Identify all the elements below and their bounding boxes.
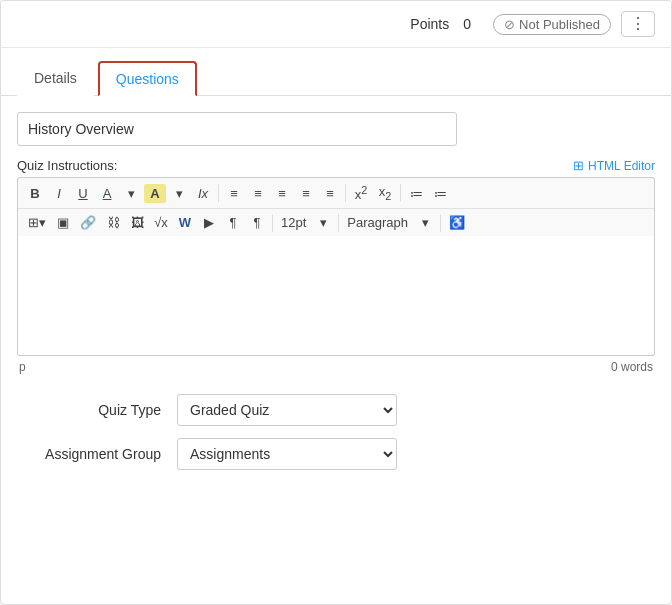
editor-footer: p 0 words xyxy=(17,356,655,378)
publish-status[interactable]: ⊘ Not Published xyxy=(493,14,611,35)
superscript-button[interactable]: x2 xyxy=(350,182,372,204)
underline-button[interactable]: U xyxy=(72,184,94,203)
tab-bar: Details Questions xyxy=(1,48,671,96)
editor-content-area[interactable] xyxy=(17,236,655,356)
embed-button[interactable]: ▣ xyxy=(52,213,74,232)
instructions-label-row: Quiz Instructions: ⊞ HTML Editor xyxy=(17,158,655,173)
office-button[interactable]: W xyxy=(174,213,196,232)
subscript-button[interactable]: x2 xyxy=(374,182,396,204)
more-options-button[interactable]: ⋮ xyxy=(621,11,655,37)
align-right-button[interactable]: ≡ xyxy=(271,184,293,203)
bg-color-dropdown-button[interactable]: ▾ xyxy=(168,184,190,203)
paragraph-dropdown[interactable]: ▾ xyxy=(414,213,436,232)
quiz-title-input[interactable] xyxy=(17,112,457,146)
toolbar-row-1: B I U A ▾ A ▾ Ix ≡ ≡ ≡ ≡ ≡ x2 x2 ≔ ≔ xyxy=(18,178,654,209)
toolbar-separator-3 xyxy=(400,184,401,202)
align-left-button[interactable]: ≡ xyxy=(223,184,245,203)
html-editor-link[interactable]: ⊞ HTML Editor xyxy=(573,158,655,173)
html-editor-icon: ⊞ xyxy=(573,158,584,173)
unlink-button[interactable]: ⛓ xyxy=(102,213,124,232)
points-value: 0 xyxy=(463,16,471,32)
font-size-button[interactable]: 12pt xyxy=(277,213,310,232)
rtl-button[interactable]: ¶ xyxy=(246,213,268,232)
text-color-dropdown-button[interactable]: ▾ xyxy=(120,184,142,203)
bg-color-button[interactable]: A xyxy=(144,184,166,203)
not-published-icon: ⊘ xyxy=(504,17,515,32)
tab-details[interactable]: Details xyxy=(17,61,94,96)
align-justify-button[interactable]: ≡ xyxy=(295,184,317,203)
html-editor-label: HTML Editor xyxy=(588,159,655,173)
page-header: Points 0 ⊘ Not Published ⋮ xyxy=(1,1,671,48)
align-center-button[interactable]: ≡ xyxy=(247,184,269,203)
quiz-type-row: Quiz Type Graded Quiz Practice Quiz Grad… xyxy=(17,394,655,426)
toolbar-separator-4 xyxy=(272,214,273,232)
assignment-group-label: Assignment Group xyxy=(37,446,177,462)
ltr-button[interactable]: ¶ xyxy=(222,213,244,232)
not-published-label: Not Published xyxy=(519,17,600,32)
table-button[interactable]: ⊞▾ xyxy=(24,213,50,232)
tab-questions[interactable]: Questions xyxy=(98,61,197,96)
toolbar-row-2: ⊞▾ ▣ 🔗 ⛓ 🖼 √x W ▶ ¶ ¶ 12pt ▾ Paragraph ▾… xyxy=(18,209,654,236)
assignment-group-select[interactable]: Assignments Quizzes Exams xyxy=(177,438,397,470)
indent-button[interactable]: ≡ xyxy=(319,184,341,203)
sqrt-button[interactable]: √x xyxy=(150,213,172,232)
word-count: 0 words xyxy=(611,360,653,374)
points-label: Points xyxy=(410,16,449,32)
font-size-dropdown[interactable]: ▾ xyxy=(312,213,334,232)
image-button[interactable]: 🖼 xyxy=(126,213,148,232)
toolbar-separator-1 xyxy=(218,184,219,202)
editor-toolbar: B I U A ▾ A ▾ Ix ≡ ≡ ≡ ≡ ≡ x2 x2 ≔ ≔ xyxy=(17,177,655,236)
media-button[interactable]: ▶ xyxy=(198,213,220,232)
quiz-type-label: Quiz Type xyxy=(37,402,177,418)
link-button[interactable]: 🔗 xyxy=(76,213,100,232)
quiz-type-select[interactable]: Graded Quiz Practice Quiz Graded Survey … xyxy=(177,394,397,426)
paragraph-style-button[interactable]: Paragraph xyxy=(343,213,412,232)
instructions-label: Quiz Instructions: xyxy=(17,158,117,173)
number-list-button[interactable]: ≔ xyxy=(429,184,451,203)
accessibility-button[interactable]: ♿ xyxy=(445,213,469,232)
paragraph-tag: p xyxy=(19,360,26,374)
bold-button[interactable]: B xyxy=(24,184,46,203)
toolbar-separator-2 xyxy=(345,184,346,202)
toolbar-separator-6 xyxy=(440,214,441,232)
toolbar-separator-5 xyxy=(338,214,339,232)
assignment-group-row: Assignment Group Assignments Quizzes Exa… xyxy=(17,438,655,470)
bullet-list-button[interactable]: ≔ xyxy=(405,184,427,203)
main-content: Quiz Instructions: ⊞ HTML Editor B I U A… xyxy=(1,96,671,498)
italic-button[interactable]: I xyxy=(48,184,70,203)
text-color-button[interactable]: A xyxy=(96,184,118,203)
clear-format-button[interactable]: Ix xyxy=(192,184,214,203)
